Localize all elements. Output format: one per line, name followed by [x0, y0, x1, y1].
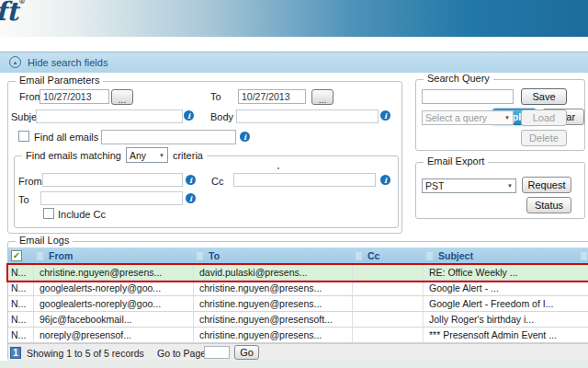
matching-from-label: From	[18, 176, 42, 187]
email-parameters-group: Email Parameters From ... To ... Subject…	[7, 81, 402, 234]
criteria-select[interactable]: Any ▼	[126, 147, 168, 163]
matching-to-info-icon[interactable]: i	[186, 193, 196, 203]
column-header-cc[interactable]: Cc	[353, 247, 424, 264]
cell-subject: RE: Office Weekly ...	[424, 265, 588, 280]
delete-query-button[interactable]: Delete	[521, 130, 567, 146]
from-date-input[interactable]	[40, 89, 109, 104]
cell-flag: N...	[8, 312, 34, 327]
column-grip-icon	[356, 252, 362, 260]
table-row[interactable]: N... 96jc@facebookmail... christine.nguy…	[8, 312, 588, 328]
select-all-column-header[interactable]: ✓	[8, 247, 34, 264]
find-all-emails-input[interactable]	[101, 130, 236, 144]
select-all-checkbox-checked-icon[interactable]: ✓	[11, 250, 22, 261]
find-emails-matching-group: Find emails matching Any ▼ criteria From…	[14, 155, 399, 228]
stray-dot	[277, 167, 279, 169]
select-query-dropdown[interactable]: Select a query ▼	[422, 110, 514, 125]
email-parameters-legend: Email Parameters	[16, 75, 103, 86]
to-date-input[interactable]	[238, 89, 306, 104]
to-date-browse-button[interactable]: ...	[311, 89, 334, 105]
search-query-group: Search Query Save Select a query ▼ Load …	[415, 79, 585, 151]
chevron-down-icon: ▼	[504, 115, 510, 121]
matching-to-label: To	[18, 194, 29, 205]
cell-flag: N...	[8, 296, 34, 311]
matching-legend-prefix: Find emails matching	[26, 150, 121, 161]
find-all-info-icon[interactable]: i	[240, 132, 250, 142]
load-query-button[interactable]: Load	[521, 109, 567, 126]
matching-to-input[interactable]	[40, 191, 183, 205]
body-input[interactable]	[236, 109, 379, 123]
cell-to: david.pulaski@presens...	[194, 265, 353, 280]
go-button[interactable]: Go	[234, 345, 259, 360]
column-grip-icon	[581, 252, 587, 260]
cell-cc	[353, 265, 424, 280]
criteria-selected-value: Any	[130, 150, 146, 161]
column-grip-icon	[197, 252, 203, 260]
cell-from: christine.nguyen@presens...	[34, 265, 194, 280]
query-name-input[interactable]	[422, 89, 514, 104]
cell-subject: Jolly Roger's birthday i...	[424, 312, 588, 327]
brand-logo: ft®	[0, 0, 26, 27]
table-row[interactable]: N... googlealerts-noreply@goo... christi…	[8, 296, 588, 312]
registered-mark: ®	[18, 0, 26, 6]
save-query-button[interactable]: Save	[521, 88, 567, 105]
table-header-row: ✓ From To Cc Subject	[8, 247, 588, 265]
cell-subject: *** Presensoft Admin Event ...	[424, 328, 588, 342]
subject-input[interactable]	[36, 109, 183, 123]
chevron-down-icon: ▼	[507, 183, 513, 189]
body-label: Body	[210, 111, 233, 122]
cell-to: christine.nguyen@presens...	[194, 296, 353, 311]
export-status-button[interactable]: Status	[526, 197, 571, 213]
email-logs-table: ✓ From To Cc Subject N... christine.nguy…	[8, 247, 588, 361]
cell-to: christine.nguyen@presensoft...	[194, 312, 353, 327]
export-format-dropdown[interactable]: PST ▼	[422, 178, 516, 193]
matching-from-input[interactable]	[42, 173, 183, 187]
select-query-value: Select a query	[425, 112, 487, 123]
matching-cc-info-icon[interactable]: i	[380, 175, 390, 185]
cell-cc	[353, 312, 424, 327]
email-export-group: Email Export PST ▼ Request Status	[415, 162, 585, 219]
goto-page-label: Go to Page	[157, 348, 206, 359]
table-row[interactable]: N... noreply@presensof... christine.nguy…	[8, 328, 588, 343]
find-all-emails-checkbox[interactable]	[18, 131, 29, 142]
export-format-value: PST	[425, 180, 444, 191]
table-row[interactable]: N... googlealerts-noreply@goo... christi…	[8, 281, 588, 296]
export-request-button[interactable]: Request	[522, 177, 571, 193]
cell-cc	[353, 281, 424, 295]
cell-to: christine.nguyen@presens...	[194, 328, 353, 342]
include-cc-checkbox[interactable]	[43, 208, 54, 219]
column-grip-icon	[37, 252, 43, 260]
cell-from: noreply@presensof...	[34, 328, 194, 342]
cell-flag: N...	[8, 328, 34, 342]
cell-to: christine.nguyen@presens...	[194, 281, 353, 295]
column-header-subject[interactable]: Subject	[424, 247, 588, 264]
table-footer: 1 Showing 1 to 5 of 5 records Go to Page…	[8, 343, 588, 361]
goto-page-input[interactable]	[204, 346, 230, 359]
email-logs-group: Email Logs ✓ From To Cc Subject N... chr…	[7, 241, 588, 361]
cell-subject: Google Alert - Freedom of I...	[424, 296, 588, 311]
table-row[interactable]: N... christine.nguyen@presens... david.p…	[8, 265, 588, 281]
records-summary: Showing 1 to 5 of 5 records	[27, 348, 144, 359]
cell-cc	[353, 328, 424, 342]
body-info-icon[interactable]: i	[380, 110, 390, 121]
collapse-icon: ▲	[9, 56, 21, 68]
column-header-from[interactable]: From	[34, 247, 194, 264]
hide-search-fields-label: Hide search fields	[28, 57, 107, 68]
page-number-button[interactable]: 1	[10, 347, 21, 359]
search-query-legend: Search Query	[424, 73, 493, 84]
column-header-to[interactable]: To	[194, 247, 353, 264]
email-export-legend: Email Export	[424, 155, 488, 167]
cell-from: 96jc@facebookmail...	[34, 312, 194, 327]
cell-flag: N...	[8, 265, 34, 280]
cell-from: googlealerts-noreply@goo...	[34, 296, 194, 311]
cell-cc	[353, 296, 424, 311]
email-logs-legend: Email Logs	[16, 235, 73, 246]
to-date-label: To	[210, 91, 221, 102]
from-date-browse-button[interactable]: ...	[111, 89, 133, 105]
matching-cc-input[interactable]	[233, 173, 376, 187]
search-toolbar: ▲ Hide search fields Display Clear	[0, 52, 588, 73]
matching-cc-label: Cc	[211, 176, 223, 187]
matching-from-info-icon[interactable]: i	[186, 175, 196, 185]
subject-info-icon[interactable]: i	[184, 110, 194, 121]
app-window: ft® ▲ Hide search fields Display Clear E…	[0, 0, 588, 368]
hide-search-fields-link[interactable]: ▲ Hide search fields	[9, 56, 107, 68]
